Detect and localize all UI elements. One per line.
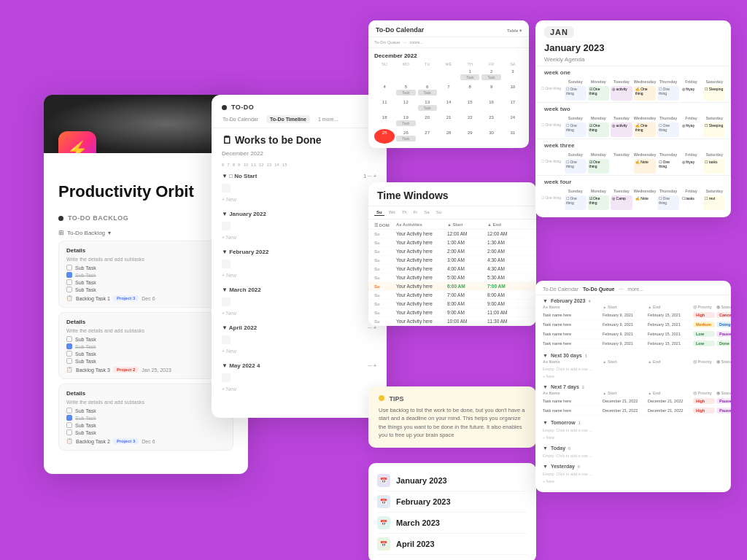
cal-day[interactable]: 18: [374, 114, 395, 128]
table-toggle[interactable]: Table ▾: [507, 28, 522, 33]
checkbox[interactable]: [66, 358, 72, 364]
cal-day[interactable]: 30: [481, 129, 501, 144]
new-row[interactable]: + New: [222, 195, 376, 203]
month-item-mar[interactable]: 📅 March 2023: [377, 513, 527, 534]
tab-calendar[interactable]: To-Do Calendar: [219, 115, 262, 123]
checkbox[interactable]: [66, 279, 72, 285]
checkbox[interactable]: [66, 265, 72, 271]
cal-day[interactable]: 10: [503, 83, 523, 98]
calendar-tabs[interactable]: To-Do Queue ··· more...: [368, 37, 529, 48]
new-row[interactable]: + New: [222, 347, 376, 355]
cal-day[interactable]: 5Task name: [395, 83, 416, 98]
cal-day[interactable]: 8: [460, 83, 480, 98]
cal-day[interactable]: [374, 68, 395, 82]
cal-day[interactable]: 24: [503, 114, 523, 128]
month-actions[interactable]: 1 ··· +: [363, 174, 376, 179]
tw-tabs[interactable]: Su Wd Th Fr Sa Su: [368, 206, 536, 219]
checkbox[interactable]: [66, 429, 72, 435]
subtask-row[interactable]: Sub Task: [66, 422, 225, 428]
tw-rows-container[interactable]: SuYour Activity here12:00 AM12:00 AM SuY…: [368, 230, 536, 326]
checkbox[interactable]: [66, 287, 72, 292]
tab-th[interactable]: Th: [400, 209, 409, 216]
qp-tab-more[interactable]: ···: [619, 287, 623, 292]
checkbox[interactable]: [66, 422, 72, 428]
subtask-row[interactable]: Sub Task: [66, 415, 225, 421]
subtask-row[interactable]: Sub Task: [66, 279, 225, 285]
subtask-row[interactable]: Sub Task: [66, 351, 225, 357]
qp-tab-queue[interactable]: To-Do Queue: [583, 287, 614, 292]
cal-day[interactable]: [417, 68, 438, 82]
qp-tab-calendar[interactable]: To-Do Calendar: [543, 287, 578, 292]
new-row[interactable]: + New: [222, 309, 376, 317]
cal-day[interactable]: 11: [374, 98, 395, 113]
qp-tab-more2[interactable]: more...: [627, 287, 643, 292]
new-row[interactable]: + New: [222, 233, 376, 241]
checkbox[interactable]: [66, 415, 72, 421]
checkbox[interactable]: [66, 408, 72, 413]
new-label[interactable]: + New: [543, 478, 724, 485]
cal-day[interactable]: 13Task name: [417, 98, 438, 113]
cal-day[interactable]: 22: [460, 114, 480, 128]
checkbox[interactable]: [66, 336, 72, 342]
checkbox[interactable]: [66, 272, 72, 278]
cal-day[interactable]: 21: [438, 114, 459, 128]
qp-header[interactable]: To-Do Calendar To-Do Queue ··· more...: [535, 281, 731, 295]
cal-day[interactable]: 14: [438, 98, 459, 113]
cal-day[interactable]: 28: [438, 129, 459, 144]
subtask-row[interactable]: Sub Task: [66, 429, 225, 435]
subtask-row[interactable]: Sub Task: [66, 408, 225, 413]
subtask-row[interactable]: Sub Task: [66, 272, 225, 278]
month-item-jan[interactable]: 📅 January 2023: [377, 470, 527, 491]
cal-day[interactable]: 29: [460, 129, 480, 144]
cal-day[interactable]: [438, 68, 459, 82]
cal-day[interactable]: 7: [438, 83, 459, 98]
tab-su2[interactable]: Su: [434, 209, 444, 216]
tab-wd[interactable]: Wd: [387, 209, 398, 216]
cal-tab-queue[interactable]: To-Do Queue: [374, 40, 400, 44]
cal-tab-more2[interactable]: more...: [410, 40, 424, 44]
month-actions[interactable]: ··· +: [368, 363, 376, 368]
cal-day[interactable]: 1Task name: [460, 68, 480, 82]
month-actions[interactable]: ··· +: [368, 325, 376, 330]
priority-badge: Low: [693, 341, 715, 346]
cal-day[interactable]: 19Task name: [395, 114, 416, 128]
todo-tabs[interactable]: To-Do Calendar To-Do Timeline 1 more...: [212, 115, 387, 128]
tab-timeline[interactable]: To-Do Timeline: [266, 115, 310, 123]
new-label[interactable]: + New: [543, 434, 724, 441]
cal-day-today[interactable]: 25: [374, 129, 395, 144]
checkbox[interactable]: [66, 343, 72, 349]
new-row[interactable]: + New: [222, 271, 376, 279]
cal-day[interactable]: 23: [481, 114, 501, 128]
cal-day[interactable]: 26Task name: [395, 129, 416, 144]
cal-day[interactable]: [395, 68, 416, 82]
cal-day[interactable]: 16: [481, 98, 501, 113]
cal-day[interactable]: 17: [503, 98, 523, 113]
cal-day[interactable]: 27: [417, 129, 438, 144]
tab-fr[interactable]: Fr: [411, 209, 420, 216]
cal-tab-more[interactable]: ···: [403, 40, 407, 44]
new-label[interactable]: + New: [543, 373, 724, 380]
cal-day[interactable]: 9: [481, 83, 501, 98]
month-item-feb[interactable]: 📅 February 2023: [377, 491, 527, 513]
cal-day[interactable]: 31: [503, 129, 523, 144]
cal-day[interactable]: 15: [460, 98, 480, 113]
tab-more[interactable]: 1 more...: [314, 115, 342, 123]
cal-day[interactable]: 4: [374, 83, 395, 98]
cal-day[interactable]: 3: [503, 68, 523, 82]
subtask-row[interactable]: Sub Task: [66, 358, 225, 364]
cal-day[interactable]: 20: [417, 114, 438, 128]
new-row[interactable]: + New: [222, 385, 376, 393]
subtask-row[interactable]: Sub Task: [66, 287, 225, 292]
cal-day[interactable]: 12: [395, 98, 416, 113]
cal-day[interactable]: 6Task name: [417, 83, 438, 98]
view-bar[interactable]: ⊞ To-Do Backlog ▾: [58, 229, 233, 236]
month-item-apr[interactable]: 📅 April 2023: [377, 534, 527, 555]
cal-day[interactable]: 2Task name: [481, 68, 501, 82]
checkbox[interactable]: [66, 351, 72, 357]
tab-su[interactable]: Su: [374, 209, 384, 216]
subtask-row[interactable]: Sub Task: [66, 336, 225, 342]
subtask-row[interactable]: Sub Task: [66, 265, 225, 271]
tab-sa[interactable]: Sa: [422, 209, 431, 216]
subtask-row[interactable]: Sub Task: [66, 343, 225, 349]
start-time: 7:00 AM: [447, 292, 487, 298]
